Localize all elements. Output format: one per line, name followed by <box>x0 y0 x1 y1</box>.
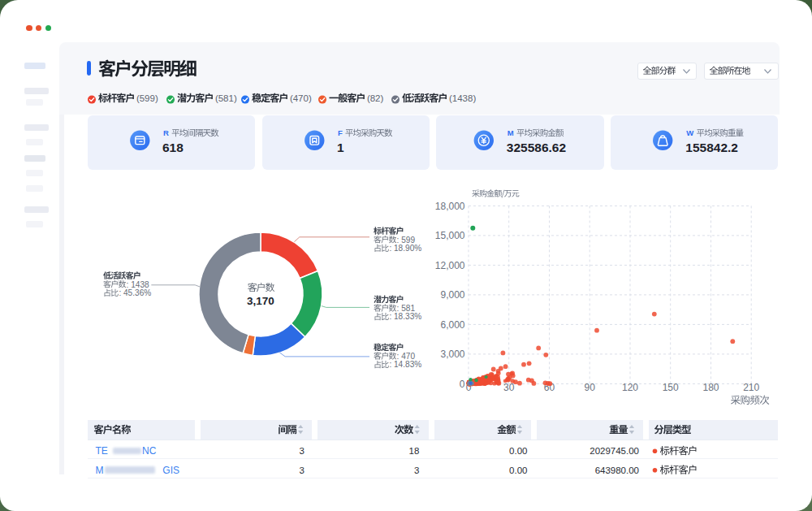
svg-text:120: 120 <box>622 382 638 393</box>
svg-text:: 18.90%: : 18.90% <box>389 244 421 253</box>
svg-text:155842.2: 155842.2 <box>685 141 738 154</box>
svg-text:3: 3 <box>414 466 419 475</box>
svg-text:12,000: 12,000 <box>435 260 465 271</box>
svg-text:180: 180 <box>702 382 719 393</box>
svg-text:3: 3 <box>300 466 304 475</box>
svg-text:0.00: 0.00 <box>509 446 527 456</box>
svg-text:(82): (82) <box>367 93 384 103</box>
svg-text:: 470: : 470 <box>397 352 416 361</box>
svg-text:18,000: 18,000 <box>435 201 465 212</box>
svg-text:GIS: GIS <box>162 465 179 476</box>
svg-text:6,000: 6,000 <box>440 319 464 331</box>
svg-text:643980.00: 643980.00 <box>595 466 639 475</box>
svg-text:3,000: 3,000 <box>440 349 464 360</box>
svg-text:9,000: 9,000 <box>440 289 464 301</box>
svg-text:NC: NC <box>142 445 157 457</box>
svg-text:: 45.36%: : 45.36% <box>119 288 151 297</box>
svg-text:0: 0 <box>460 379 465 390</box>
svg-text:: 18.33%: : 18.33% <box>389 312 421 321</box>
svg-text:(1438): (1438) <box>449 93 476 103</box>
svg-text:150: 150 <box>663 382 679 393</box>
svg-text:15,000: 15,000 <box>435 230 465 241</box>
svg-text:(470): (470) <box>290 93 312 103</box>
svg-text:618: 618 <box>162 141 184 154</box>
svg-text:(581): (581) <box>215 93 237 103</box>
svg-text:: 581: : 581 <box>397 304 416 313</box>
svg-text:TE: TE <box>96 445 108 457</box>
svg-text:: 14.83%: : 14.83% <box>389 360 421 369</box>
svg-text:210: 210 <box>743 382 759 393</box>
svg-text:325586.62: 325586.62 <box>507 141 566 154</box>
svg-text:(599): (599) <box>136 93 158 103</box>
svg-text:M: M <box>508 128 514 137</box>
svg-text:3: 3 <box>300 446 304 456</box>
svg-text:0.00: 0.00 <box>509 466 527 475</box>
svg-text:R: R <box>163 128 169 137</box>
svg-text:: 1438: : 1438 <box>127 280 149 289</box>
svg-text:90: 90 <box>585 382 596 393</box>
svg-text:W: W <box>686 128 693 137</box>
svg-text:: 599: : 599 <box>397 236 416 245</box>
svg-text:F: F <box>338 128 343 137</box>
svg-text:M: M <box>96 465 104 476</box>
svg-text:2029745.00: 2029745.00 <box>590 446 639 456</box>
svg-text:3,170: 3,170 <box>247 295 274 307</box>
svg-text:18: 18 <box>409 446 420 456</box>
svg-text:1: 1 <box>337 141 344 154</box>
